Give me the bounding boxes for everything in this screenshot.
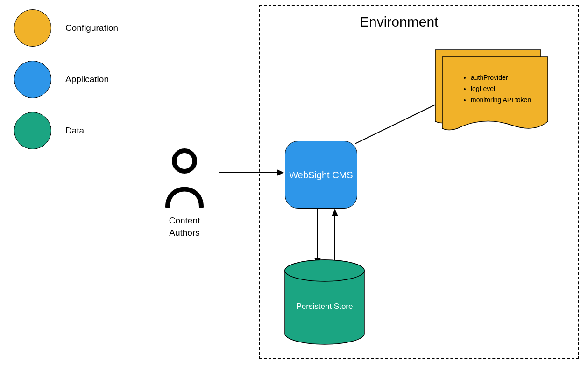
legend-label-data: Data — [65, 126, 84, 136]
environment-title: Environment — [360, 14, 438, 30]
data-node-label: Persistent Store — [290, 301, 360, 312]
legend-circle-configuration — [14, 9, 51, 47]
app-node-label: WebSight CMS — [289, 168, 353, 182]
arrow-actor-to-app — [219, 167, 286, 183]
app-node: WebSight CMS — [285, 141, 357, 209]
legend-item-data: Data — [14, 112, 118, 149]
legend: Configuration Application Data — [14, 9, 118, 163]
svg-point-0 — [174, 151, 195, 171]
actor-label: Content Authors — [156, 215, 213, 238]
legend-circle-data — [14, 112, 51, 149]
config-list: authProvider logLevel monitoring API tok… — [462, 72, 531, 105]
svg-line-3 — [355, 102, 441, 144]
legend-label-configuration: Configuration — [65, 23, 118, 33]
config-item-0: authProvider — [471, 72, 531, 84]
config-item-1: logLevel — [471, 84, 531, 95]
svg-point-9 — [285, 260, 364, 281]
legend-circle-application — [14, 61, 51, 98]
user-icon — [161, 147, 208, 209]
legend-label-application: Application — [65, 74, 109, 84]
svg-marker-2 — [277, 169, 284, 176]
config-item-2: monitoring API token — [471, 95, 531, 106]
legend-item-application: Application — [14, 61, 118, 98]
svg-marker-7 — [332, 209, 338, 216]
legend-item-configuration: Configuration — [14, 9, 118, 47]
